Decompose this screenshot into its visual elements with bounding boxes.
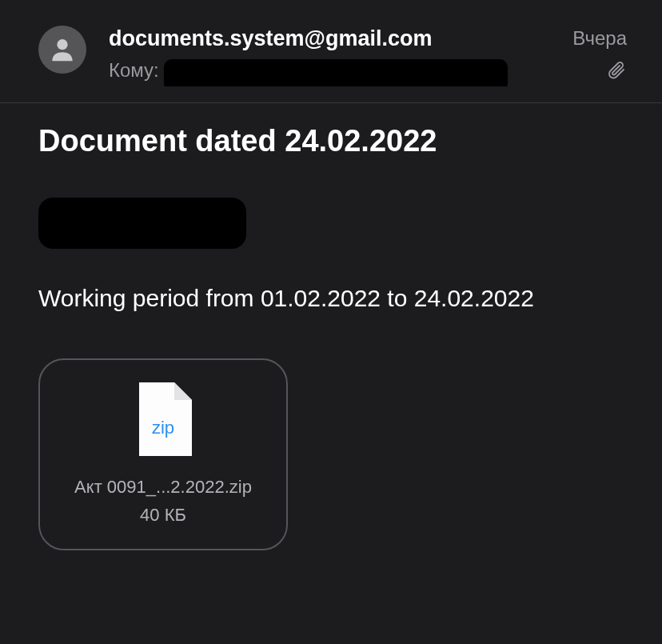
sender-email[interactable]: documents.system@gmail.com	[109, 26, 558, 51]
email-subject: Document dated 24.02.2022	[38, 122, 624, 161]
recipient-row: Кому:	[109, 54, 558, 86]
email-body: Document dated 24.02.2022 Working period…	[0, 103, 662, 566]
redacted-block	[38, 198, 246, 249]
to-label: Кому:	[109, 59, 159, 82]
header-meta: Вчера	[558, 26, 646, 82]
sender-info: documents.system@gmail.com Кому:	[86, 26, 558, 86]
body-text: Working period from 01.02.2022 to 24.02.…	[38, 282, 624, 314]
svg-point-0	[57, 39, 67, 50]
sender-avatar[interactable]	[38, 26, 86, 74]
person-icon	[47, 34, 78, 65]
email-header: documents.system@gmail.com Кому: Вчера	[0, 0, 662, 103]
redacted-recipient	[164, 59, 508, 86]
file-icon: zip	[134, 382, 192, 456]
attachment-card[interactable]: zip Акт 0091_...2.2022.zip 40 КБ	[38, 358, 288, 550]
paperclip-icon	[608, 61, 627, 82]
file-ext-label: zip	[134, 418, 192, 438]
date-label: Вчера	[572, 27, 627, 50]
file-name: Акт 0091_...2.2022.zip	[74, 475, 252, 500]
file-size: 40 КБ	[140, 505, 186, 526]
